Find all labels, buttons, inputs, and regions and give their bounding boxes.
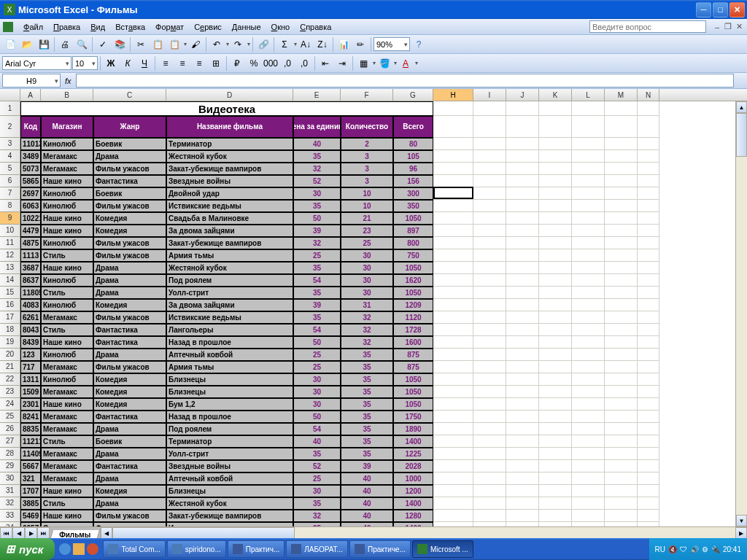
data-cell[interactable]: 39 [293, 299, 341, 311]
data-cell[interactable]: Терминатор [166, 138, 293, 150]
scroll-thumb[interactable] [736, 113, 747, 157]
data-cell[interactable]: Звездные войны [166, 175, 293, 187]
merge-button[interactable]: ⊞ [208, 55, 224, 71]
data-cell[interactable]: Уолл-стрит [166, 448, 293, 460]
currency-button[interactable]: ₽ [229, 55, 245, 71]
formula-bar[interactable] [76, 74, 734, 88]
data-cell[interactable]: Жестяной кубок [166, 262, 293, 274]
menu-tools[interactable]: Сервис [190, 21, 226, 33]
data-cell[interactable]: Мегамакс [41, 311, 93, 324]
data-cell[interactable]: 52 [293, 460, 341, 472]
data-cell[interactable]: 2697 [20, 187, 41, 200]
paste-button[interactable]: 📋 [166, 36, 182, 52]
row-header[interactable]: 33 [0, 510, 20, 522]
data-cell[interactable]: Драма [93, 472, 166, 485]
table-header[interactable]: Цена за единицу [293, 116, 341, 138]
data-cell[interactable]: Кинолюб [41, 299, 93, 311]
data-cell[interactable]: 156 [393, 175, 433, 187]
data-cell[interactable]: Фильм ужасов [93, 200, 166, 212]
data-cell[interactable]: Стиль [41, 287, 93, 299]
data-cell[interactable]: Фантастика [93, 336, 166, 349]
data-cell[interactable]: 1400 [393, 522, 433, 526]
data-cell[interactable]: 30 [293, 373, 341, 386]
col-header-L[interactable]: L [572, 89, 605, 101]
data-cell[interactable]: 1509 [20, 386, 41, 398]
data-cell[interactable]: Жестяной кубок [166, 150, 293, 163]
data-cell[interactable]: Боевик [93, 435, 166, 448]
data-cell[interactable]: Наше кино [41, 212, 93, 225]
data-cell[interactable]: Комедия [93, 373, 166, 386]
data-cell[interactable]: 1707 [20, 485, 41, 497]
data-cell[interactable]: Комедия [93, 225, 166, 237]
data-cell[interactable]: 3885 [20, 497, 41, 510]
data-cell[interactable]: 1400 [393, 497, 433, 510]
row-header[interactable]: 13 [0, 262, 20, 274]
data-cell[interactable]: 1050 [393, 373, 433, 386]
print-button[interactable]: 🖨 [57, 36, 73, 52]
underline-button[interactable]: Ч [136, 55, 152, 71]
col-header-E[interactable]: E [293, 89, 341, 101]
row-header[interactable]: 30 [0, 472, 20, 485]
vertical-scrollbar[interactable]: ▲ ▼ [735, 101, 747, 526]
data-cell[interactable]: Стиль [41, 324, 93, 336]
data-cell[interactable]: 25 [293, 349, 341, 361]
row-header[interactable]: 28 [0, 448, 20, 460]
data-cell[interactable]: Близнецы [166, 386, 293, 398]
row-header[interactable]: 17 [0, 311, 20, 324]
row-header[interactable]: 25 [0, 411, 20, 423]
data-cell[interactable]: 40 [341, 485, 393, 497]
data-cell[interactable]: 25 [293, 361, 341, 373]
data-cell[interactable]: 8835 [20, 423, 41, 435]
data-cell[interactable]: 25 [341, 237, 393, 249]
data-cell[interactable]: 1200 [393, 485, 433, 497]
data-cell[interactable]: Фильм ужасов [93, 361, 166, 373]
data-cell[interactable]: Стиль [41, 435, 93, 448]
data-cell[interactable]: 96 [393, 163, 433, 175]
data-cell[interactable]: 50 [293, 212, 341, 225]
taskbar-item[interactable]: spiridono... [167, 540, 226, 558]
inc-decimal-button[interactable]: ,0 [279, 55, 295, 71]
data-cell[interactable]: 1620 [393, 274, 433, 287]
data-cell[interactable]: Комедия [93, 386, 166, 398]
data-cell[interactable]: 35 [293, 150, 341, 163]
scroll-down-button[interactable]: ▼ [736, 515, 747, 526]
col-header-B[interactable]: B [41, 89, 93, 101]
data-cell[interactable]: 875 [393, 361, 433, 373]
data-cell[interactable]: 6261 [20, 311, 41, 324]
data-cell[interactable]: 32 [293, 163, 341, 175]
data-cell[interactable]: 54 [293, 324, 341, 336]
data-cell[interactable]: Драма [93, 274, 166, 287]
table-title[interactable]: Видеотека [20, 101, 433, 116]
align-left-button[interactable]: ≡ [158, 55, 174, 71]
data-cell[interactable]: 35 [293, 311, 341, 324]
data-cell[interactable]: 40 [341, 510, 393, 522]
data-cell[interactable]: 123 [20, 349, 41, 361]
data-cell[interactable]: Назад в прошлое [166, 336, 293, 349]
col-header-F[interactable]: F [341, 89, 393, 101]
tray-icon[interactable]: ⚙ [702, 545, 708, 553]
clock[interactable]: 20:41 [723, 545, 741, 553]
data-cell[interactable]: Уолл-стрит [166, 287, 293, 299]
data-cell[interactable]: Закат-убежище вампиров [166, 163, 293, 175]
data-cell[interactable]: 1600 [393, 336, 433, 349]
data-cell[interactable]: 35 [341, 373, 393, 386]
data-cell[interactable]: 105 [393, 150, 433, 163]
table-header[interactable]: Магазин [41, 116, 93, 138]
tray-icon[interactable]: 🔊 [690, 545, 699, 553]
data-cell[interactable]: 35 [341, 423, 393, 435]
doc-minimize-button[interactable]: – [712, 22, 722, 32]
tray-icon[interactable]: 🔌 [711, 545, 720, 553]
row-header[interactable]: 8 [0, 200, 20, 212]
row-header[interactable]: 19 [0, 336, 20, 349]
data-cell[interactable]: 30 [293, 386, 341, 398]
save-button[interactable]: 💾 [36, 36, 52, 52]
data-cell[interactable]: 35 [293, 448, 341, 460]
data-cell[interactable]: Кинолюб [41, 237, 93, 249]
taskbar-item[interactable]: ЛАБОРАТ... [286, 540, 348, 558]
data-cell[interactable]: 1728 [393, 324, 433, 336]
data-cell[interactable]: 10221 [20, 212, 41, 225]
data-cell[interactable]: Мегамакс [41, 460, 93, 472]
bold-button[interactable]: Ж [103, 55, 119, 71]
data-cell[interactable]: 1890 [393, 423, 433, 435]
data-cell[interactable]: Терминатор [166, 435, 293, 448]
